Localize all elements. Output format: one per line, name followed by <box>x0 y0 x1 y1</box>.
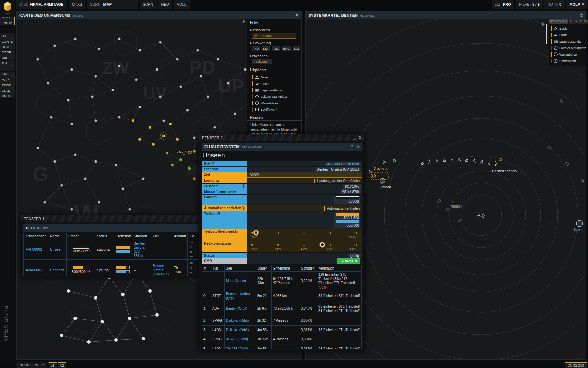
screen-tab[interactable]: SCRN: MAP <box>87 0 138 9</box>
slider-tick[interactable] <box>277 232 279 234</box>
slider-tick[interactable] <box>328 232 331 234</box>
highlight-lager[interactable]: Lagerbestände <box>252 88 299 93</box>
flight-ziel-link[interactable]: XH-265 (Orbit) <box>225 344 256 349</box>
highlight-marktplatz[interactable]: Lokaler Marktplatz <box>551 45 585 50</box>
molp-tab[interactable]: MOLP ≡ <box>566 0 587 9</box>
system-node <box>197 49 199 52</box>
tab-sysi[interactable]: SYSI UV-351 <box>549 19 568 24</box>
slider-tick[interactable] <box>251 232 253 234</box>
sidebar-item-cxl[interactable]: CXL <box>0 55 15 60</box>
flight-ziel-link[interactable]: Moria Station <box>225 272 256 291</box>
info-icon[interactable]: i <box>242 206 245 210</box>
sidebar-item-flt[interactable]: FLT <box>0 66 15 71</box>
console-tab[interactable]: CONS 259 <box>565 362 587 368</box>
highlight-basis[interactable]: Basis <box>252 75 299 80</box>
highlight-werft[interactable]: Schiffswerft <box>551 58 585 63</box>
verbrauch-slider[interactable]: MINMAX <box>247 229 362 241</box>
gear-icon[interactable] <box>579 13 583 18</box>
slider-tick[interactable] <box>277 244 279 246</box>
apex-logo[interactable] <box>0 0 15 17</box>
pop-button-sci[interactable]: SCI <box>293 46 300 51</box>
legend-scrollbar[interactable] <box>546 24 547 44</box>
sidebar-item-fnstr[interactable]: FNSTR <box>0 20 15 25</box>
legend-collapse-arrow[interactable] <box>542 22 545 26</box>
sidebar-item-inv[interactable]: INV <box>0 72 15 77</box>
fleet-name-link[interactable]: Unseen <box>48 239 67 260</box>
starten-button[interactable]: STARTEN <box>337 258 360 264</box>
tab-flts[interactable]: FLTS UV-351 <box>569 19 588 24</box>
sidebar-item-lead[interactable]: LEAD <box>0 88 15 93</box>
neues-fnstr-button[interactable]: NEUES FNSTR <box>16 362 47 368</box>
fleet-location-cell[interactable]: Benten - Umbra (UV-351c) <box>132 239 151 260</box>
notifications-tab[interactable]: NOTS 0 <box>544 0 565 9</box>
sidebar-item-cmds[interactable]: CMDS <box>0 93 15 98</box>
highlight-boerse[interactable]: Warenbörse <box>551 52 585 57</box>
voll-button[interactable]: VOLL <box>174 0 190 9</box>
pop-button-tec[interactable]: TEC <box>272 46 280 51</box>
warenname-input[interactable] <box>252 33 296 39</box>
sidebar-item-com[interactable]: COM <box>0 44 15 49</box>
fenster1-titlebar[interactable]: FENSTER 1 <box>21 215 221 222</box>
standort-link[interactable]: Benten - Umbra (UV-351c) <box>315 167 361 172</box>
slider-tick[interactable] <box>355 244 357 246</box>
slider-handle[interactable] <box>320 242 325 247</box>
slider-tick[interactable] <box>303 244 305 246</box>
help-tab[interactable]: HILFE: 5 / 9 <box>516 0 543 9</box>
highlight-werft[interactable]: Schiffswerft <box>252 107 299 112</box>
sidebar-item-bs[interactable]: BS <box>0 33 15 39</box>
ziel-input[interactable]: MOR <box>247 172 362 178</box>
slider-tick[interactable] <box>328 244 331 246</box>
highlight-flotte[interactable]: Flotte <box>551 32 585 37</box>
sidebar-item-corp[interactable]: CORP <box>0 50 15 55</box>
fleet-arrival-cell: 7h 15m <box>172 260 188 276</box>
sidebar-item-conts[interactable]: CONTS <box>0 39 15 44</box>
fleet-name-link[interactable]: Unheard <box>48 260 67 276</box>
flight-ziel-link[interactable]: XH-265 (Orbit) <box>225 335 256 344</box>
info-icon[interactable]: i <box>242 184 245 188</box>
highlight-lager[interactable]: Lagerbestände <box>551 39 585 44</box>
fraktionen-select[interactable]: Fraktionen <box>252 59 272 64</box>
fleet-destination-cell[interactable]: Benten - Umbra (UV-351c) <box>151 260 172 276</box>
pop-button-eng[interactable]: ENG <box>282 46 291 51</box>
auto-entladen-toggle[interactable]: Automatisch entladen <box>324 206 361 211</box>
slider-tick[interactable] <box>251 244 253 246</box>
close-button[interactable]: X <box>359 136 361 140</box>
flight-ziel-link[interactable]: Daikoku (Orbit) <box>225 316 256 326</box>
system-map-titlebar[interactable]: SYSTEMKARTE: BENTEN MS UV-351 <box>306 12 586 19</box>
highlight-marktplatz[interactable]: Lokaler Marktplatz <box>252 94 299 99</box>
fenster2-titlebar[interactable]: FENSTER 2 _ X <box>199 134 364 141</box>
universe-map-titlebar[interactable]: KARTE DES UNIVERSUMS MU NAV <box>17 12 302 19</box>
pop-button-pio[interactable]: PIO <box>252 46 260 51</box>
landung-toggle[interactable]: Landung auf der Oberfläche <box>314 179 361 183</box>
ship-name-link[interactable]: Unseen <box>347 162 359 166</box>
license-tab[interactable]: LIZ: PRO <box>492 0 514 9</box>
filter-collapse-arrow[interactable] <box>243 20 245 23</box>
flight-ziel-link[interactable]: Daikoku (Orbit) <box>225 326 256 335</box>
sidebar-item-map[interactable]: MAP <box>0 77 15 82</box>
slider-tick[interactable] <box>303 232 305 234</box>
slider-handle[interactable] <box>254 230 258 235</box>
fleet-transponder-link[interactable]: AVI-00002 <box>24 260 48 276</box>
neu-button[interactable]: NEU <box>158 0 172 9</box>
context-tab[interactable]: CTX: FIRMA: ARMITAGE <box>16 0 67 9</box>
window-tab-02[interactable]: 02 <box>58 362 66 368</box>
minimize-button[interactable]: _ <box>354 136 356 140</box>
sidebar-item-fin[interactable]: FIN <box>0 61 15 66</box>
pop-button-set[interactable]: SET <box>262 46 271 51</box>
gear-icon[interactable] <box>295 13 299 18</box>
sidebar-item-prod[interactable]: PROD <box>0 82 15 88</box>
ctxs-button[interactable]: CTXS <box>69 0 85 9</box>
fleet-transponder-link[interactable]: AVI-00001 <box>24 239 48 260</box>
highlight-flotte[interactable]: Flotte <box>252 81 299 86</box>
window-tab-01[interactable]: 01 <box>49 362 57 368</box>
slider-tick[interactable] <box>355 232 357 234</box>
reaktor-slider[interactable]: MIN45%59%74%88% <box>247 241 362 252</box>
help-icon[interactable]: ? <box>351 145 353 149</box>
highlight-boerse[interactable]: Warenbörse <box>252 101 299 106</box>
gear-icon[interactable]: ⚙ <box>356 145 359 149</box>
ship-id-link[interactable]: AVI-00001 <box>327 162 344 166</box>
highlight-basis[interactable]: Basis <box>551 26 585 31</box>
flight-ziel-link[interactable]: Benten - Umbra (Orbit) <box>225 291 256 302</box>
flight-ziel-link[interactable]: Benten (Orbit) <box>225 302 256 316</box>
scrn-button[interactable]: SCRN <box>140 0 156 9</box>
